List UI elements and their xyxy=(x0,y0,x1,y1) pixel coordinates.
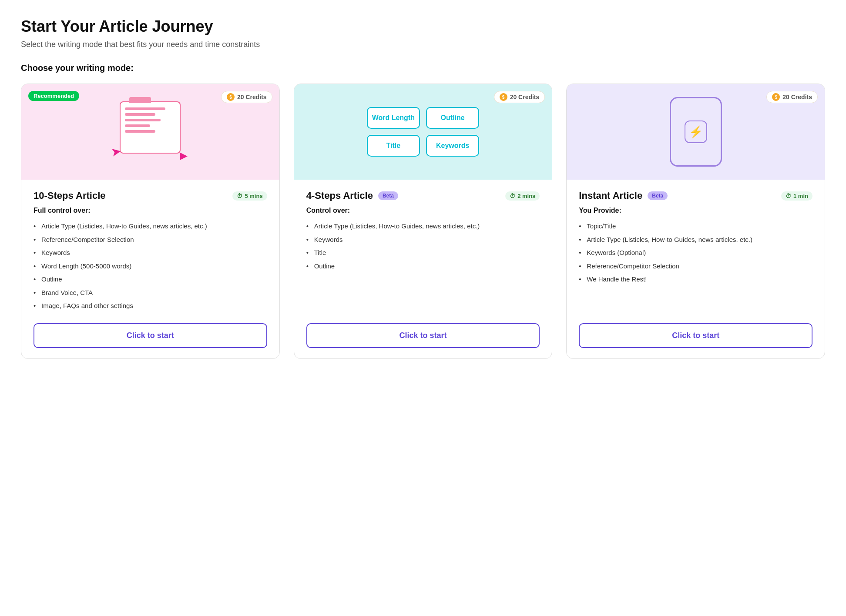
card-ten-steps: Recommended $ 20 Credits ➤ ▶ xyxy=(21,84,280,359)
list-item: Reference/Competitor Selection xyxy=(579,260,812,273)
pink-line-1 xyxy=(125,107,165,110)
lightning-icon: ⚡ xyxy=(689,125,703,139)
list-item: Image, FAQs and other settings xyxy=(34,299,267,313)
option-box-word-length: Word Length xyxy=(367,107,420,129)
start-button-1[interactable]: Click to start xyxy=(34,323,267,348)
clock-icon-2: ⏱ xyxy=(510,193,515,199)
time-text-2: 2 mins xyxy=(517,193,535,199)
list-item: Keywords xyxy=(306,233,540,247)
option-boxes: Word Length Outline Title Keywords xyxy=(358,98,488,165)
card-title-row-3: Instant Article Beta ⏱ 1 min xyxy=(579,190,812,201)
pink-line-2 xyxy=(125,113,155,116)
pink-doc-tab xyxy=(129,97,151,103)
card-list-3: Topic/Title Article Type (Listicles, How… xyxy=(579,220,812,313)
list-item: Keywords (Optional) xyxy=(579,246,812,260)
lightning-box: ⚡ xyxy=(685,121,707,143)
card-subtitle-2: Control over: xyxy=(306,207,540,214)
list-item: Keywords xyxy=(34,246,267,260)
credits-text-2: 20 Credits xyxy=(510,94,540,100)
coin-icon-2: $ xyxy=(500,93,507,101)
cursor-icon: ▶ xyxy=(180,150,188,161)
card-title-1: 10-Steps Article xyxy=(34,190,105,201)
start-button-2[interactable]: Click to start xyxy=(306,323,540,348)
clock-icon-3: ⏱ xyxy=(786,193,791,199)
card-body-3: Instant Article Beta ⏱ 1 min You Provide… xyxy=(567,180,825,323)
phone-body: ⚡ xyxy=(670,97,722,167)
pink-illustration: ➤ ▶ xyxy=(107,97,194,167)
credits-badge-2: $ 20 Credits xyxy=(494,91,545,103)
list-item: We Handle the Rest! xyxy=(579,273,812,286)
page-title: Start Your Article Journey xyxy=(21,17,825,36)
list-item: Outline xyxy=(34,273,267,286)
clock-icon-1: ⏱ xyxy=(237,193,242,199)
start-button-3[interactable]: Click to start xyxy=(579,323,812,348)
card-list-2: Article Type (Listicles, How-to Guides, … xyxy=(306,220,540,313)
credits-badge-1: $ 20 Credits xyxy=(221,91,272,103)
credits-badge-3: $ 20 Credits xyxy=(766,91,818,103)
section-label: Choose your writing mode: xyxy=(21,63,825,73)
credits-text-1: 20 Credits xyxy=(237,94,267,100)
card-image-cyan: $ 20 Credits Word Length Outline Title K… xyxy=(294,84,552,180)
pink-line-3 xyxy=(125,119,160,121)
phone-illustration: ⚡ xyxy=(670,97,722,167)
card-footer-1: Click to start xyxy=(21,323,279,358)
list-item: Article Type (Listicles, How-to Guides, … xyxy=(579,233,812,247)
card-list-1: Article Type (Listicles, How-to Guides, … xyxy=(34,220,267,313)
time-badge-2: ⏱ 2 mins xyxy=(505,191,540,201)
coin-icon-1: $ xyxy=(227,93,235,101)
list-item: Article Type (Listicles, How-to Guides, … xyxy=(34,220,267,233)
card-subtitle-3: You Provide: xyxy=(579,207,812,214)
pink-line-4 xyxy=(125,124,150,127)
list-item: Reference/Competitor Selection xyxy=(34,233,267,247)
card-image-lavender: $ 20 Credits ⚡ xyxy=(567,84,825,180)
card-footer-3: Click to start xyxy=(567,323,825,358)
card-title-3: Instant Article xyxy=(579,190,642,201)
time-badge-1: ⏱ 5 mins xyxy=(232,191,267,201)
card-title-2: 4-Steps Article xyxy=(306,190,373,201)
card-image-pink: Recommended $ 20 Credits ➤ ▶ xyxy=(21,84,279,180)
card-body-1: 10-Steps Article ⏱ 5 mins Full control o… xyxy=(21,180,279,323)
cards-container: Recommended $ 20 Credits ➤ ▶ xyxy=(21,84,825,359)
list-item: Article Type (Listicles, How-to Guides, … xyxy=(306,220,540,233)
page-subtitle: Select the writing mode that best fits y… xyxy=(21,40,825,49)
card-four-steps: $ 20 Credits Word Length Outline Title K… xyxy=(294,84,553,359)
card-instant: $ 20 Credits ⚡ Instant Article Beta ⏱ 1 … xyxy=(566,84,825,359)
coin-icon-3: $ xyxy=(772,93,780,101)
badge-beta-3: Beta xyxy=(648,191,668,200)
credits-text-3: 20 Credits xyxy=(782,94,812,100)
option-box-keywords: Keywords xyxy=(426,135,479,157)
badge-beta-2: Beta xyxy=(378,191,398,200)
card-subtitle-1: Full control over: xyxy=(34,207,267,214)
pink-doc xyxy=(120,101,181,154)
list-item: Outline xyxy=(306,260,540,273)
card-body-2: 4-Steps Article Beta ⏱ 2 mins Control ov… xyxy=(294,180,552,323)
time-text-3: 1 min xyxy=(793,193,808,199)
card-footer-2: Click to start xyxy=(294,323,552,358)
time-badge-3: ⏱ 1 min xyxy=(781,191,812,201)
badge-recommended: Recommended xyxy=(28,91,79,101)
list-item: Topic/Title xyxy=(579,220,812,233)
time-text-1: 5 mins xyxy=(245,193,262,199)
list-item: Word Length (500-5000 words) xyxy=(34,260,267,273)
list-item: Brand Voice, CTA xyxy=(34,286,267,300)
option-box-title: Title xyxy=(367,135,420,157)
list-item: Title xyxy=(306,246,540,260)
card-title-row-2: 4-Steps Article Beta ⏱ 2 mins xyxy=(306,190,540,201)
option-box-outline: Outline xyxy=(426,107,479,129)
card-title-row-1: 10-Steps Article ⏱ 5 mins xyxy=(34,190,267,201)
pink-line-5 xyxy=(125,130,155,133)
